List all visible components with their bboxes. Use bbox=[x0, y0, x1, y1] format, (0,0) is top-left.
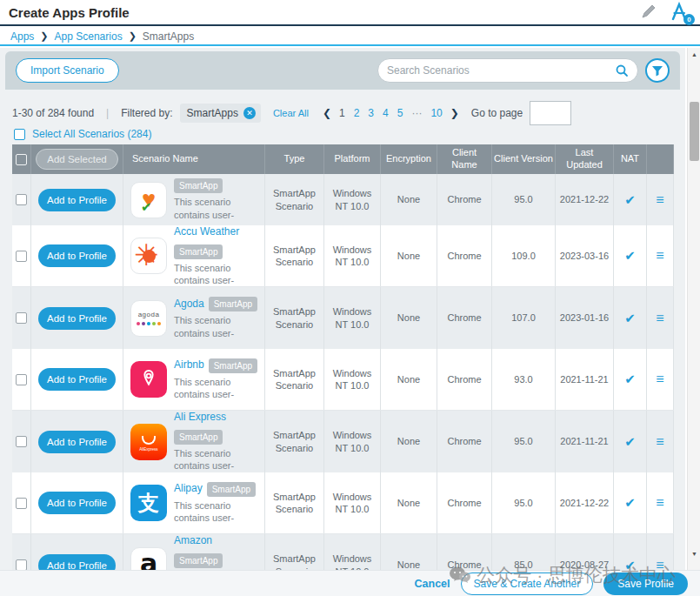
apps-profile-icon[interactable]: 0 bbox=[669, 1, 691, 23]
page-number-1[interactable]: 1 bbox=[339, 107, 345, 119]
row-checkbox[interactable] bbox=[16, 251, 27, 262]
toolbar: Import Scenario bbox=[5, 51, 680, 90]
add-to-profile-button[interactable]: Add to Profile bbox=[38, 244, 116, 267]
row-menu-icon[interactable]: ≡ bbox=[656, 314, 663, 323]
row-checkbox[interactable] bbox=[16, 498, 27, 509]
scrollbar-thumb[interactable] bbox=[690, 102, 699, 161]
page-number-10[interactable]: 10 bbox=[430, 107, 442, 119]
row-menu-icon[interactable]: ≡ bbox=[656, 438, 663, 446]
page-number-4[interactable]: 4 bbox=[383, 107, 389, 119]
client-version-cell: 95.0 bbox=[492, 411, 556, 472]
save-profile-button[interactable]: Save Profile bbox=[603, 573, 688, 595]
search-input[interactable] bbox=[387, 64, 615, 77]
health-heart-icon: ♥✔ bbox=[130, 182, 167, 218]
prev-page-icon[interactable]: ❮ bbox=[323, 107, 331, 119]
alipay-icon: 支 bbox=[130, 485, 167, 521]
scenario-name-link[interactable]: Agoda bbox=[174, 298, 204, 311]
add-selected-button[interactable]: Add Selected bbox=[36, 149, 117, 170]
cancel-button[interactable]: Cancel bbox=[415, 578, 450, 590]
smartapp-badge: SmartApp bbox=[207, 482, 256, 497]
scroll-down-icon[interactable]: ▼ bbox=[688, 547, 700, 559]
scenario-description: This scenario contains user- bbox=[174, 376, 261, 401]
page-number-5[interactable]: 5 bbox=[397, 107, 403, 119]
encryption-cell: None bbox=[381, 225, 437, 286]
row-checkbox[interactable] bbox=[16, 559, 27, 570]
platform-cell: Windows NT 10.0 bbox=[324, 472, 381, 533]
row-menu-icon[interactable]: ≡ bbox=[656, 375, 663, 384]
type-cell: SmartApp Scenario bbox=[265, 472, 324, 533]
last-updated-cell: 2021-11-21 bbox=[556, 411, 614, 472]
row-checkbox[interactable] bbox=[16, 374, 27, 385]
row-checkbox[interactable] bbox=[16, 436, 27, 447]
page-number-3[interactable]: 3 bbox=[368, 107, 374, 119]
amazon-icon: a bbox=[130, 547, 167, 571]
row-menu-icon[interactable]: ≡ bbox=[656, 196, 663, 204]
accuweather-sun-icon: ✳ bbox=[130, 238, 167, 274]
scroll-up-icon[interactable]: ▲ bbox=[688, 48, 700, 60]
last-updated-cell: 2021-12-22 bbox=[556, 472, 614, 533]
type-cell: SmartApp Scenario bbox=[265, 349, 324, 410]
client-name-cell: Chrome bbox=[437, 225, 492, 286]
footer-action-bar: Cancel Save & Create Another Save Profil… bbox=[0, 570, 700, 596]
smartapp-badge: SmartApp bbox=[174, 430, 223, 445]
add-to-profile-button[interactable]: Add to Profile bbox=[38, 307, 116, 330]
next-page-icon[interactable]: ❯ bbox=[450, 107, 459, 119]
scenario-name-link[interactable]: Amazon bbox=[174, 534, 212, 548]
client-version-cell: 85.0 bbox=[492, 534, 556, 570]
vertical-scrollbar[interactable]: ▲ ▼ bbox=[687, 48, 700, 570]
table-row: Add to ProfileagodaAgodaSmartAppThis sce… bbox=[12, 287, 674, 349]
scenario-name-link[interactable]: Ali Express bbox=[174, 411, 226, 425]
page-number-2[interactable]: 2 bbox=[354, 107, 360, 119]
remove-filter-icon[interactable]: ✕ bbox=[243, 107, 256, 119]
row-menu-icon[interactable]: ≡ bbox=[656, 499, 663, 507]
column-header-nat: NAT bbox=[614, 144, 647, 174]
add-to-profile-button[interactable]: Add to Profile bbox=[38, 189, 116, 211]
select-all-checkbox[interactable] bbox=[14, 129, 25, 140]
filter-button[interactable] bbox=[645, 58, 670, 83]
agoda-icon: agoda bbox=[130, 300, 167, 337]
row-checkbox[interactable] bbox=[16, 312, 27, 324]
save-and-create-another-button[interactable]: Save & Create Another bbox=[461, 573, 594, 595]
page-ellipsis: ··· bbox=[411, 107, 422, 119]
funnel-icon bbox=[651, 64, 663, 77]
page-header: Create Apps Profile 0 bbox=[0, 0, 700, 26]
scenario-name-link[interactable]: Accu Weather bbox=[174, 225, 239, 239]
row-menu-icon[interactable]: ≡ bbox=[656, 561, 663, 570]
import-scenario-button[interactable]: Import Scenario bbox=[16, 58, 119, 83]
encryption-cell: None bbox=[381, 534, 437, 570]
scenario-name-link[interactable]: Alipay bbox=[174, 482, 203, 496]
client-version-cell: 107.0 bbox=[492, 287, 556, 349]
client-name-cell: Chrome bbox=[437, 534, 492, 570]
header-select-all-checkbox[interactable] bbox=[16, 154, 27, 165]
nat-check-icon: ✔ bbox=[624, 247, 636, 265]
clear-all-link[interactable]: Clear All bbox=[273, 108, 309, 118]
row-menu-icon[interactable]: ≡ bbox=[656, 251, 663, 260]
last-updated-cell: 2020-08-27 bbox=[556, 534, 614, 570]
add-to-profile-button[interactable]: Add to Profile bbox=[38, 492, 116, 514]
add-to-profile-button[interactable]: Add to Profile bbox=[38, 554, 116, 571]
scenario-name-link[interactable]: Airbnb bbox=[174, 358, 204, 372]
go-to-page-input[interactable] bbox=[530, 101, 571, 125]
table-row: Add to ProfileAliExpressAli ExpressSmart… bbox=[12, 411, 674, 472]
add-to-profile-button[interactable]: Add to Profile bbox=[38, 431, 116, 453]
add-to-profile-button[interactable]: Add to Profile bbox=[38, 368, 116, 391]
breadcrumb-apps[interactable]: Apps bbox=[10, 30, 34, 43]
chevron-right-icon: ❯ bbox=[40, 30, 48, 42]
pagination: ❮ 12345···10 ❯ bbox=[323, 107, 459, 119]
scenario-description: This scenario contains user- bbox=[174, 196, 261, 221]
apps-badge: 0 bbox=[683, 14, 695, 25]
type-cell: SmartApp Scenario bbox=[265, 534, 324, 570]
type-cell: SmartApp Scenario bbox=[265, 174, 324, 225]
table-row: Add to Profile✳Accu WeatherSmartAppThis … bbox=[12, 225, 674, 287]
row-checkbox[interactable] bbox=[16, 194, 27, 205]
search-box[interactable] bbox=[377, 58, 638, 83]
platform-cell: Windows NT 10.0 bbox=[324, 411, 381, 472]
breadcrumb-app-scenarios[interactable]: App Scenarios bbox=[55, 30, 123, 43]
table-row: Add to ProfileAirbnbSmartAppThis scenari… bbox=[12, 349, 674, 411]
filtered-by-label: Filtered by: bbox=[121, 107, 172, 119]
edit-pencil-icon[interactable] bbox=[637, 1, 660, 23]
table-row: Add to Profile支AlipaySmartAppThis scenar… bbox=[12, 472, 674, 534]
select-all-label[interactable]: Select All Scenarios (284) bbox=[32, 128, 151, 140]
table-row: Add to ProfileaAmazonSmartAppThis scenar… bbox=[12, 534, 674, 570]
search-icon[interactable] bbox=[615, 64, 629, 77]
